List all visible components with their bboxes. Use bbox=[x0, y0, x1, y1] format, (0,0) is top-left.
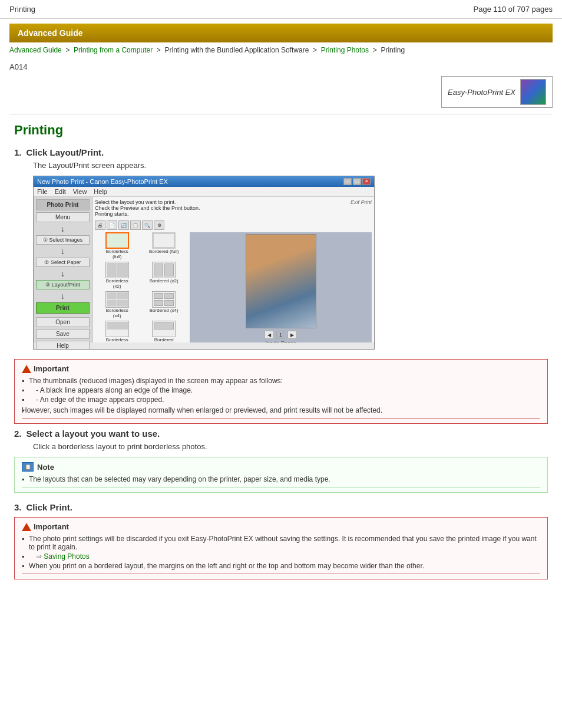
important-1-divider bbox=[22, 418, 540, 419]
ss-minimize-btn[interactable]: ─ bbox=[343, 178, 352, 185]
ss-photo-print-label: Photo Print bbox=[36, 199, 90, 210]
ss-step-1[interactable]: ① Select Images bbox=[36, 235, 90, 245]
ss-title: New Photo Print - Canon Easy-PhotoPrint … bbox=[37, 178, 168, 185]
ss-nav-prev[interactable]: ◀ bbox=[265, 331, 274, 339]
ss-layout-bordered-full[interactable]: Bordered (full) bbox=[142, 232, 187, 259]
ss-inside-pages-label: Inside Pages bbox=[265, 340, 296, 343]
important-box-1: Important The thumbnails (reduced images… bbox=[14, 359, 548, 424]
note-1-icon: 📋 bbox=[22, 462, 34, 472]
important-2-header: Important bbox=[22, 522, 540, 531]
main-content: Printing 1. Click Layout/Print. The Layo… bbox=[0, 118, 562, 594]
ss-titlebar: New Photo Print - Canon Easy-PhotoPrint … bbox=[34, 176, 374, 187]
important-2-saving-link: ⇒ Saving Photos bbox=[22, 552, 540, 561]
ss-step-2[interactable]: ② Select Paper bbox=[36, 258, 90, 267]
ss-body: Photo Print Menu ↓ ① Select Images ↓ ② S… bbox=[34, 197, 374, 342]
step-2-title: Select a layout you want to use. bbox=[27, 429, 160, 439]
ss-tool-3[interactable]: 🔄 bbox=[118, 220, 129, 230]
breadcrumb-item-4: Printing bbox=[381, 46, 405, 54]
ss-layouts-panel: Borderless(full) Bordered (full) bbox=[95, 232, 186, 342]
step-2-number: 2. bbox=[14, 429, 22, 439]
ss-nav-next[interactable]: ▶ bbox=[287, 331, 297, 339]
breadcrumb-link-0[interactable]: Advanced Guide bbox=[9, 46, 62, 54]
important-box-2: Important The photo print settings will … bbox=[14, 517, 548, 579]
breadcrumb-link-1[interactable]: Printing from a Computer bbox=[74, 46, 153, 54]
ss-arrow-3: ↓ bbox=[36, 269, 90, 278]
ss-menubar: File Edit View Help bbox=[34, 187, 374, 197]
ss-titlebar-btns: ─ □ ✕ bbox=[343, 178, 371, 185]
breadcrumb-item-2: Printing with the Bundled Application So… bbox=[164, 46, 309, 54]
ss-layout-bordered-x2[interactable]: Bordered (x2) bbox=[142, 262, 187, 289]
important-1-label: Important bbox=[34, 364, 69, 373]
ss-tool-6[interactable]: ⚙ bbox=[154, 220, 164, 230]
ss-help-btn[interactable]: Help bbox=[36, 341, 90, 350]
step-3-header: 3. Click Print. bbox=[14, 502, 548, 512]
app-logo-image bbox=[520, 79, 546, 105]
breadcrumb-link-3[interactable]: Printing Photos bbox=[321, 46, 369, 54]
note-1-label: Note bbox=[37, 463, 54, 472]
ss-arrow-4: ↓ bbox=[36, 291, 90, 301]
screenshot-box: New Photo Print - Canon Easy-PhotoPrint … bbox=[33, 176, 375, 350]
note-1-header: 📋 Note bbox=[22, 462, 540, 472]
important-2-label: Important bbox=[34, 522, 69, 531]
page-header: Printing Page 110 of 707 pages bbox=[0, 0, 562, 19]
important-1-icon bbox=[22, 365, 31, 373]
important-1-item-2: - An edge of the image appears cropped. bbox=[22, 396, 540, 404]
ss-exif: Exif Print bbox=[351, 199, 372, 219]
ss-layout-borderless-x2[interactable]: Borderless(x2) bbox=[95, 262, 140, 289]
ss-menu-btn[interactable]: Menu bbox=[36, 212, 90, 222]
app-logo-area: Easy-PhotoPrint EX bbox=[0, 74, 562, 110]
saving-photos-link[interactable]: Saving Photos bbox=[44, 552, 89, 561]
important-1-header: Important bbox=[22, 364, 540, 373]
ss-tool-2[interactable]: 📄 bbox=[107, 220, 117, 230]
code-label: A014 bbox=[0, 58, 562, 74]
important-1-item-0: The thumbnails (reduced images) displaye… bbox=[22, 377, 540, 385]
step-3: 3. Click Print. Important The photo prin… bbox=[14, 502, 548, 579]
ss-restore-btn[interactable]: □ bbox=[353, 178, 361, 185]
ss-preview-area: ◀ 1 ▶ Inside Pages 1 bbox=[190, 232, 372, 342]
section-divider bbox=[9, 114, 553, 114]
app-name: Easy-PhotoPrint EX bbox=[448, 88, 515, 97]
important-2-list: The photo print settings will be discard… bbox=[22, 535, 540, 570]
ss-layout-borderless-x4[interactable]: Borderless(x4) bbox=[95, 291, 140, 318]
advanced-guide-bar: Advanced Guide bbox=[9, 24, 553, 42]
ss-menu-view[interactable]: View bbox=[73, 188, 87, 195]
important-1-item-1: - A black line appears along an edge of … bbox=[22, 386, 540, 394]
ss-tool-5[interactable]: 🔍 bbox=[142, 220, 153, 230]
ss-arrow-1: ↓ bbox=[36, 224, 90, 233]
note-1-divider bbox=[22, 487, 540, 487]
ss-main-area: Select the layout you want to print.Chec… bbox=[92, 197, 374, 342]
ss-sidebar: Photo Print Menu ↓ ① Select Images ↓ ② S… bbox=[34, 197, 92, 342]
page-header-right: Page 110 of 707 pages bbox=[474, 5, 553, 14]
ss-arrow-2: ↓ bbox=[36, 246, 90, 256]
note-1-item-0: The layouts that can be selected may var… bbox=[22, 475, 540, 483]
note-box-1: 📋 Note The layouts that can be selected … bbox=[14, 457, 548, 493]
ss-tool-1[interactable]: 🖨 bbox=[95, 220, 105, 230]
ss-layout-borderless-full[interactable]: Borderless(full) bbox=[95, 232, 140, 259]
ss-layout-bordered-half[interactable]: Bordered(half) bbox=[142, 321, 187, 342]
ss-save-btn[interactable]: Save bbox=[36, 329, 90, 339]
step-2-desc: Click a borderless layout to print borde… bbox=[14, 442, 548, 451]
step-1-title: Click Layout/Print. bbox=[27, 147, 104, 157]
step-2-header: 2. Select a layout you want to use. bbox=[14, 429, 548, 439]
important-2-icon bbox=[22, 523, 31, 531]
ss-layout-borderless-half[interactable]: Borderless(half) bbox=[95, 321, 140, 342]
ss-open-btn[interactable]: Open bbox=[36, 317, 90, 327]
ss-content-area: Borderless(full) Bordered (full) bbox=[95, 232, 372, 342]
ss-toolbar: 🖨 📄 🔄 📋 🔍 ⚙ bbox=[95, 220, 372, 230]
ss-menu-help[interactable]: Help bbox=[94, 188, 107, 195]
ss-print-btn[interactable]: Print bbox=[36, 302, 90, 314]
page-header-left: Printing bbox=[9, 5, 35, 14]
step-1: 1. Click Layout/Print. The Layout/Print … bbox=[14, 147, 548, 350]
step-2: 2. Select a layout you want to use. Clic… bbox=[14, 429, 548, 493]
step-1-header: 1. Click Layout/Print. bbox=[14, 147, 548, 157]
important-2-item-2: When you print on a bordered layout, the… bbox=[22, 562, 540, 570]
ss-menu-edit[interactable]: Edit bbox=[55, 188, 66, 195]
ss-layout-bordered-x4[interactable]: Bordered (x4) bbox=[142, 291, 187, 318]
ss-menu-file[interactable]: File bbox=[37, 188, 48, 195]
step-3-number: 3. bbox=[14, 502, 22, 512]
page-title: Printing bbox=[14, 123, 548, 138]
ss-tool-4[interactable]: 📋 bbox=[130, 220, 141, 230]
ss-close-btn[interactable]: ✕ bbox=[362, 178, 371, 185]
ss-step-3[interactable]: ③ Layout/Print bbox=[36, 280, 90, 289]
ss-nav-page: 1 bbox=[276, 331, 285, 339]
